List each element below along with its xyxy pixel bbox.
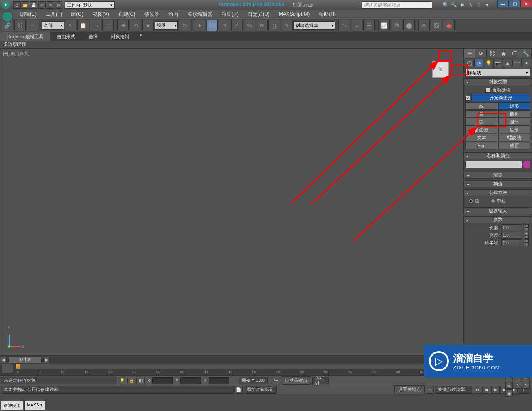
method-edge-radio[interactable]	[469, 199, 473, 203]
manipulate-icon[interactable]: ✦	[194, 20, 205, 31]
menu-grapheditor[interactable]: 图形编辑器	[183, 10, 217, 19]
obj-helix-button[interactable]: 螺旋线	[498, 134, 531, 141]
select-name-icon[interactable]: 📋	[77, 20, 89, 31]
welcome-tab[interactable]: 欢迎使用	[1, 401, 23, 410]
rollout-namecolor-header[interactable]: 名称和颜色	[464, 152, 532, 159]
render-setup-icon[interactable]: ⚙	[418, 20, 430, 31]
width-down-icon[interactable]: ▾	[524, 235, 529, 239]
corner-up-icon[interactable]: ▴	[524, 239, 529, 243]
angle-snap-icon[interactable]: ∠	[231, 20, 243, 31]
menu-help[interactable]: 帮助(H)	[315, 10, 340, 19]
save-icon[interactable]: 💾	[30, 1, 37, 9]
named-sel-edit-icon[interactable]: ✎	[281, 20, 293, 31]
width-spinner[interactable]: 0.0	[501, 232, 522, 239]
rollout-render-header[interactable]: 渲染	[464, 172, 532, 179]
autokey-button[interactable]: 自动关键点	[281, 376, 311, 385]
timeslider-frame[interactable]: 0 / 100	[8, 357, 42, 363]
minimize-button[interactable]: —	[497, 0, 509, 7]
mirror-icon[interactable]: ⇋	[338, 20, 350, 31]
lock-icon[interactable]: 💡	[118, 377, 126, 384]
object-color-swatch[interactable]	[523, 161, 530, 168]
maxscript-tab[interactable]: MAXScr	[24, 401, 45, 410]
undo-icon[interactable]: ↶	[38, 1, 46, 9]
search-icon[interactable]: 🔍	[442, 2, 449, 8]
workspace-dropdown[interactable]: 工作台: 默认	[65, 1, 115, 9]
prev-frame-icon[interactable]: ◀	[482, 386, 490, 394]
rollout-params-header[interactable]: 参数	[464, 216, 532, 223]
modify-tab-icon[interactable]: ⟳	[475, 49, 487, 58]
corner-spinner[interactable]: 0.0	[501, 239, 522, 246]
select-rect-icon[interactable]: ▭	[90, 20, 101, 31]
timeslider-left-icon[interactable]: ◀	[0, 357, 7, 363]
keyboard-shortcut-icon[interactable]: ⌨	[206, 20, 218, 31]
zoom-ext-icon[interactable]: ◱	[505, 381, 513, 389]
material-editor-icon[interactable]: ⬤	[403, 20, 415, 31]
schematic-icon[interactable]: ⧉	[391, 20, 402, 31]
geometry-icon[interactable]: ◯	[465, 59, 474, 67]
dropdown-icon[interactable]: ▾	[484, 2, 490, 8]
utilities-tab-icon[interactable]: 🔧	[520, 49, 532, 58]
snap-toggle-icon[interactable]: 3	[219, 20, 230, 31]
orbit-icon[interactable]: ⟲	[522, 381, 530, 389]
app-logo-icon[interactable]: ✦	[2, 1, 10, 9]
menu-maxscript[interactable]: MAXScript(M)	[275, 10, 314, 18]
help-icon[interactable]: ?	[475, 2, 482, 8]
select-icon[interactable]: ↖	[65, 20, 76, 31]
tab-freeform[interactable]: 自由形式	[50, 32, 82, 41]
menu-tools[interactable]: 工具(T)	[42, 10, 66, 19]
play-icon[interactable]: ▶	[491, 386, 500, 394]
corner-down-icon[interactable]: ▾	[524, 243, 529, 246]
menu-modifiers[interactable]: 修改器	[140, 10, 163, 19]
align-icon[interactable]: ⫠	[351, 20, 362, 31]
open-icon[interactable]: 📂	[22, 1, 29, 9]
tab-objpaint[interactable]: 对象绘制	[104, 32, 136, 41]
rollout-kbd-header[interactable]: 键盘输入	[464, 207, 532, 214]
motion-tab-icon[interactable]: ◉	[498, 49, 509, 58]
selected-dropdown[interactable]: 选定对	[312, 377, 329, 384]
tab-graphite[interactable]: Graphite 建模工具	[0, 32, 50, 41]
selection-filter-dropdown[interactable]: 全部	[42, 21, 64, 30]
timeslider-right-icon[interactable]: ▶	[43, 357, 50, 363]
move-icon[interactable]: ✥	[117, 20, 129, 31]
x-input[interactable]	[152, 377, 173, 384]
render-icon[interactable]: 🫖	[443, 20, 455, 31]
z-input[interactable]	[209, 377, 229, 384]
script-icon[interactable]: 📄	[234, 386, 243, 394]
viewport[interactable]: [+] [前] [真实] 前 z x	[0, 48, 464, 356]
fov-icon[interactable]: ∠	[514, 381, 521, 389]
menu-rendering[interactable]: 渲染(R)	[217, 10, 243, 19]
category-dropdown[interactable]: 样条线	[466, 69, 530, 76]
keyfilter-button[interactable]: 关键点过滤器...	[435, 386, 472, 394]
rollout-objecttype-header[interactable]: 对象类型	[464, 78, 532, 85]
trackbar-handle[interactable]	[16, 363, 20, 369]
tab-selection[interactable]: 选择	[82, 32, 104, 41]
obj-section-button[interactable]: 截面	[498, 142, 531, 149]
obj-ngon-button[interactable]: 多边形	[466, 126, 498, 133]
menu-edit[interactable]: 编辑(E)	[16, 10, 41, 19]
obj-egg-button[interactable]: Egg	[466, 142, 498, 149]
cameras-icon[interactable]: 📷	[493, 59, 502, 67]
menu-customize[interactable]: 自定义(U)	[244, 10, 274, 19]
trackbar-slider[interactable]	[16, 364, 449, 369]
helpers-icon[interactable]: ⊞	[503, 59, 512, 67]
spinner-snap-icon[interactable]: ⟳	[256, 20, 268, 31]
start-new-shape-button[interactable]: 开始新图形	[471, 94, 530, 101]
setkey-button[interactable]: 设置关键点	[394, 385, 425, 394]
new-icon[interactable]: 🗋	[13, 1, 21, 9]
obj-arc-button[interactable]: 弧	[466, 118, 498, 126]
obj-line-button[interactable]: 线	[466, 102, 498, 110]
ribbon-collapse-icon[interactable]: ▾	[140, 33, 147, 40]
addtag-button[interactable]: 添加时间标记	[244, 386, 277, 394]
startshape-checkbox[interactable]	[466, 96, 470, 101]
bind-spacew-icon[interactable]: 〰	[27, 20, 38, 31]
keymode-icon[interactable]: 〰	[426, 386, 434, 394]
menu-group[interactable]: 组(G)	[67, 10, 87, 19]
rollout-interp-header[interactable]: 插值	[464, 180, 532, 187]
unlink-icon[interactable]: ⛓	[14, 20, 26, 31]
length-down-icon[interactable]: ▾	[524, 228, 529, 231]
scale-icon[interactable]: ▣	[142, 20, 154, 31]
menu-create[interactable]: 创建(C)	[114, 10, 140, 19]
render-frame-icon[interactable]: 🖼	[431, 20, 442, 31]
application-menu-icon[interactable]	[2, 11, 13, 22]
length-spinner[interactable]: 0.0	[501, 224, 522, 231]
